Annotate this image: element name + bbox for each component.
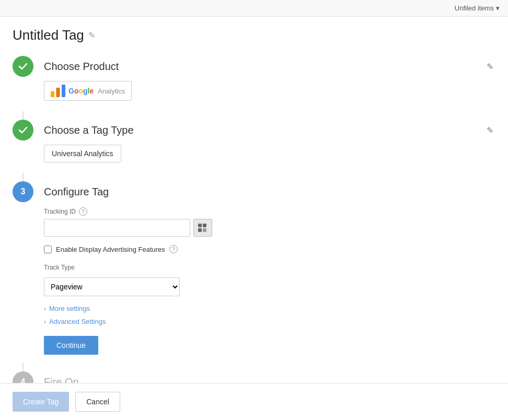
- step-1-row: Choose Product ✎ Google Analytics: [13, 56, 495, 107]
- svg-rect-2: [62, 85, 65, 97]
- enable-display-help-icon[interactable]: ?: [169, 245, 178, 253]
- checkmark-icon-2: [17, 124, 29, 136]
- unfiled-items-button[interactable]: Unfiled items ▾: [455, 4, 500, 12]
- tracking-id-help-icon[interactable]: ?: [79, 207, 87, 216]
- page-title: Untitled Tag: [13, 27, 84, 43]
- track-type-select[interactable]: Pageview Event Transaction Social Timing: [44, 277, 180, 296]
- main-content: Untitled Tag ✎ Choose Product ✎: [0, 17, 508, 407]
- title-edit-icon[interactable]: ✎: [88, 30, 95, 40]
- advanced-settings-row[interactable]: › Advanced Settings: [44, 318, 495, 325]
- analytics-text: Analytics: [98, 87, 125, 95]
- page-title-row: Untitled Tag ✎: [13, 27, 495, 43]
- connector-3-4: [22, 363, 24, 371]
- step-3-circle: 3: [13, 181, 33, 202]
- enable-display-label[interactable]: Enable Display Advertising Features: [56, 246, 165, 253]
- enable-display-advertising-row: Enable Display Advertising Features ?: [44, 245, 495, 253]
- svg-rect-1: [56, 88, 60, 97]
- svg-rect-6: [203, 228, 206, 232]
- svg-rect-4: [203, 224, 206, 227]
- step-3-content: Configure Tag Tracking ID ?: [44, 181, 495, 359]
- connector-1-2: [22, 111, 24, 120]
- step-1-header: Choose Product ✎: [44, 56, 495, 77]
- advanced-settings-chevron: ›: [44, 318, 46, 325]
- step-2-title: Choose a Tag Type: [44, 124, 134, 136]
- step-2-circle: [13, 120, 33, 141]
- step-2-edit-icon[interactable]: ✎: [484, 123, 495, 137]
- step-1-content: Choose Product ✎ Google Analytics: [44, 56, 495, 107]
- advanced-settings-label: Advanced Settings: [49, 318, 106, 325]
- step-3-number: 3: [21, 187, 26, 196]
- step-1-title: Choose Product: [44, 61, 119, 73]
- google-analytics-pill: Google Analytics: [44, 81, 132, 101]
- track-type-label: Track Type: [44, 264, 495, 271]
- step-1-edit-icon[interactable]: ✎: [484, 60, 495, 74]
- tag-type-label: Universal Analytics: [52, 149, 113, 158]
- checkmark-icon-1: [17, 61, 29, 72]
- track-type-section: Track Type Pageview Event Transaction So…: [44, 264, 495, 296]
- connector-2-3: [22, 173, 24, 181]
- tag-type-pill: Universal Analytics: [44, 145, 121, 162]
- enable-display-checkbox[interactable]: [44, 246, 52, 253]
- ga-label: Google Analytics: [68, 87, 125, 95]
- bottom-buttons: Create Tag Cancel: [0, 383, 508, 420]
- more-settings-label: More settings: [49, 305, 90, 312]
- top-bar: Unfiled items ▾: [0, 0, 508, 17]
- step-3-row: 3 Configure Tag Tracking ID ?: [13, 181, 495, 359]
- step-2-header: Choose a Tag Type ✎: [44, 120, 495, 141]
- svg-rect-5: [198, 228, 202, 232]
- tracking-id-input[interactable]: [44, 219, 190, 237]
- svg-rect-0: [51, 91, 54, 97]
- svg-rect-3: [198, 224, 202, 227]
- step-2-content: Choose a Tag Type ✎ Universal Analytics: [44, 120, 495, 169]
- continue-label: Continue: [56, 341, 86, 349]
- cancel-label: Cancel: [86, 398, 109, 406]
- tracking-id-selector-button[interactable]: [193, 219, 212, 237]
- more-settings-chevron: ›: [44, 305, 46, 312]
- create-tag-label: Create Tag: [23, 398, 59, 406]
- tracking-id-label-text: Tracking ID: [44, 208, 76, 215]
- unfiled-items-chevron: ▾: [496, 4, 500, 12]
- create-tag-button[interactable]: Create Tag: [13, 392, 69, 412]
- selector-icon: [198, 224, 207, 232]
- tracking-id-field-label: Tracking ID ?: [44, 207, 495, 216]
- step-3-title: Configure Tag: [44, 186, 109, 198]
- step-3-header: Configure Tag: [44, 181, 495, 202]
- unfiled-items-label: Unfiled items: [455, 4, 494, 12]
- configure-section: Tracking ID ?: [44, 207, 495, 359]
- continue-button[interactable]: Continue: [44, 336, 98, 355]
- cancel-button[interactable]: Cancel: [75, 392, 120, 412]
- step-2-row: Choose a Tag Type ✎ Universal Analytics: [13, 120, 495, 169]
- track-type-label-text: Track Type: [44, 264, 75, 271]
- step-1-circle: [13, 56, 33, 77]
- tracking-id-row: [44, 219, 495, 237]
- more-settings-row[interactable]: › More settings: [44, 305, 495, 312]
- ga-logo-icon: [51, 85, 65, 97]
